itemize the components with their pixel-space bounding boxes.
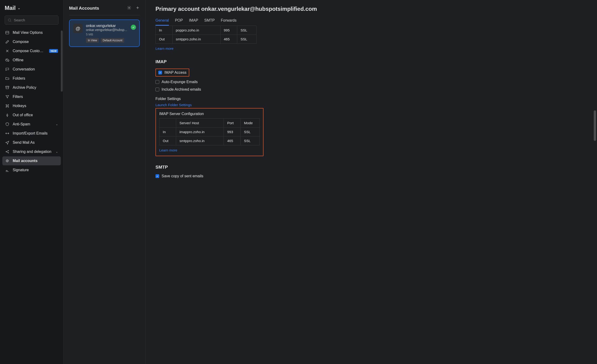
svg-point-9 bbox=[7, 160, 8, 162]
pop-learn-more-link[interactable]: Learn more bbox=[156, 47, 173, 50]
pin-icon bbox=[5, 113, 9, 117]
table-row: Out smtppro.zoho.in 465 SSL bbox=[156, 35, 256, 44]
edit-icon bbox=[5, 40, 9, 44]
gear-icon bbox=[127, 6, 131, 10]
account-card[interactable]: @ onkar.vengurlekar onkar.vengurlekar@hu… bbox=[69, 19, 140, 47]
account-verified-icon bbox=[131, 25, 136, 30]
search-input[interactable] bbox=[5, 16, 58, 25]
sidebar-scrollbar[interactable] bbox=[61, 31, 63, 92]
tab-smtp[interactable]: SMTP bbox=[204, 18, 215, 25]
nav-folders[interactable]: Folders bbox=[2, 74, 61, 83]
save-copy-label: Save copy of sent emails bbox=[162, 174, 203, 178]
new-badge: NEW bbox=[49, 49, 58, 53]
chevron-down-icon: ⌄ bbox=[18, 6, 20, 10]
include-archived-checkbox[interactable] bbox=[156, 87, 159, 91]
pop-config-table: In poppro.zoho.in 995 SSL Out smtppro.zo… bbox=[156, 26, 256, 44]
highlight-imap-server-config: IMAP Server Configuration Server/ Host P… bbox=[156, 108, 264, 156]
tools-icon bbox=[5, 49, 9, 53]
chevron-down-icon: ⌄ bbox=[56, 150, 58, 153]
nav-hotkeys[interactable]: Hotkeys bbox=[2, 102, 61, 110]
cloud-off-icon bbox=[5, 58, 9, 62]
imap-access-label: IMAP Access bbox=[165, 71, 187, 75]
svg-rect-5 bbox=[6, 86, 9, 87]
svg-point-7 bbox=[8, 150, 9, 151]
svg-line-1 bbox=[10, 21, 11, 22]
auto-expunge-checkbox[interactable] bbox=[156, 80, 159, 84]
account-tag-default: Default Account bbox=[101, 38, 124, 43]
command-icon bbox=[5, 104, 9, 108]
imap-heading: IMAP bbox=[156, 59, 587, 64]
account-name: onkar.vengurlekar bbox=[86, 24, 135, 28]
nav-mail-view-options[interactable]: Mail View Options bbox=[2, 28, 61, 37]
include-archived-label: Include Archived emails bbox=[162, 87, 201, 92]
nav-conversation[interactable]: Conversation bbox=[2, 65, 61, 74]
accounts-pane: Mail Accounts @ onkar.vengurlekar onkar.… bbox=[63, 0, 146, 364]
swap-icon bbox=[5, 131, 9, 135]
detail-tabs: General POP IMAP SMTP Forwards bbox=[156, 18, 587, 26]
settings-sidebar: Mail ⌄ Mail View Options Compose Compose… bbox=[0, 0, 63, 364]
tab-forwards[interactable]: Forwards bbox=[221, 18, 236, 25]
add-account-button[interactable] bbox=[135, 6, 140, 11]
tab-imap[interactable]: IMAP bbox=[189, 18, 198, 25]
search-icon bbox=[8, 18, 12, 22]
launch-folder-settings-link[interactable]: Launch Folder Settings bbox=[156, 103, 192, 107]
app-name: Mail bbox=[5, 5, 16, 11]
nav-import-export[interactable]: Import/Export Emails bbox=[2, 129, 61, 138]
chat-icon bbox=[5, 67, 9, 71]
accounts-title: Mail Accounts bbox=[69, 6, 99, 11]
highlight-imap-access: IMAP Access bbox=[156, 69, 189, 77]
nav-out-of-office[interactable]: Out of office bbox=[2, 111, 61, 119]
app-switcher[interactable]: Mail ⌄ bbox=[2, 5, 61, 16]
nav-send-mail-as[interactable]: Send Mail As bbox=[2, 138, 61, 147]
nav-compose-customization[interactable]: Compose Customi... NEW bbox=[2, 47, 61, 55]
account-email: onkar.vengurlekar@hubsp... bbox=[86, 28, 128, 32]
shield-icon bbox=[5, 122, 9, 126]
table-row: In imappro.zoho.in 993 SSL bbox=[159, 127, 260, 136]
settings-nav: Mail View Options Compose Compose Custom… bbox=[2, 28, 61, 175]
nav-compose[interactable]: Compose bbox=[2, 37, 61, 46]
signature-icon bbox=[5, 168, 9, 172]
imap-learn-more-link[interactable]: Learn more bbox=[159, 148, 177, 152]
at-icon bbox=[5, 159, 9, 163]
accounts-settings-button[interactable] bbox=[127, 6, 131, 11]
account-tag-in-view: In View bbox=[86, 38, 99, 43]
account-size: 5 MB bbox=[86, 33, 135, 36]
nav-offline[interactable]: Offline bbox=[2, 56, 61, 64]
account-detail-pane: Primary account onkar.vengurlekar@hubspo… bbox=[146, 0, 597, 364]
nav-mail-accounts[interactable]: Mail accounts bbox=[2, 156, 61, 165]
imap-server-config-label: IMAP Server Configuration bbox=[159, 112, 260, 116]
svg-point-8 bbox=[8, 152, 9, 153]
svg-point-6 bbox=[6, 151, 7, 152]
svg-rect-2 bbox=[6, 31, 9, 34]
nav-archive-policy[interactable]: Archive Policy bbox=[2, 83, 61, 92]
svg-point-0 bbox=[8, 19, 11, 21]
imap-config-table: Server/ Host Port Mode In imappro.zoho.i… bbox=[159, 118, 260, 145]
archive-icon bbox=[5, 86, 9, 90]
page-title: Primary account onkar.vengurlekar@hubspo… bbox=[156, 6, 587, 12]
funnel-icon bbox=[5, 95, 9, 99]
account-avatar: @ bbox=[73, 24, 83, 33]
nav-signature[interactable]: Signature bbox=[2, 166, 61, 174]
imap-access-checkbox[interactable] bbox=[158, 71, 162, 74]
svg-point-10 bbox=[129, 7, 130, 8]
auto-expunge-label: Auto-Expunge Emails bbox=[162, 80, 198, 84]
nav-sharing-delegation[interactable]: Sharing and delegation ⌄ bbox=[2, 147, 61, 156]
search-wrap bbox=[5, 16, 58, 25]
main-scrollbar[interactable] bbox=[594, 110, 596, 141]
plus-icon bbox=[135, 6, 140, 10]
nav-filters[interactable]: Filters bbox=[2, 92, 61, 101]
table-row: Out smtppro.zoho.in 465 SSL bbox=[159, 136, 260, 145]
tab-general[interactable]: General bbox=[156, 18, 169, 25]
share-icon bbox=[5, 150, 9, 154]
send-icon bbox=[5, 140, 9, 145]
table-header-row: Server/ Host Port Mode bbox=[159, 119, 260, 127]
folder-settings-label: Folder Settings bbox=[156, 97, 587, 101]
table-row: In poppro.zoho.in 995 SSL bbox=[156, 26, 256, 35]
nav-anti-spam[interactable]: Anti-Spam ⌄ bbox=[2, 120, 61, 129]
smtp-heading: SMTP bbox=[156, 165, 587, 170]
layout-icon bbox=[5, 31, 9, 35]
tab-pop[interactable]: POP bbox=[175, 18, 183, 25]
folder-icon bbox=[5, 76, 9, 80]
chevron-down-icon: ⌄ bbox=[56, 123, 58, 126]
save-copy-checkbox[interactable] bbox=[156, 174, 159, 178]
